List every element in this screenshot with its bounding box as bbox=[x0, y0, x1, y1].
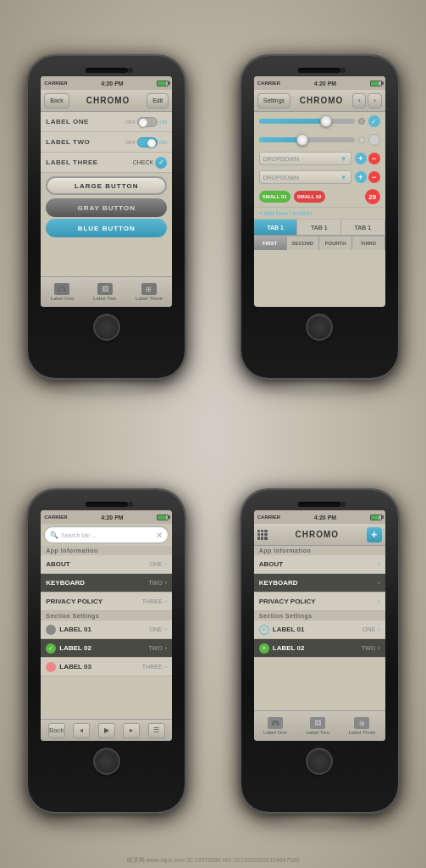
dd-add-1[interactable]: + bbox=[355, 153, 367, 164]
tab-item-4b[interactable]: 🖼 Label Two bbox=[307, 717, 329, 735]
status-bar-2: CARRIER 4:20 PM bbox=[254, 76, 385, 90]
settings-privacy-3[interactable]: PRIVACY POLICY THREE › bbox=[41, 593, 172, 611]
image-icon-4: 🖼 bbox=[310, 717, 325, 729]
seg-tab-3[interactable]: FOURTH bbox=[319, 236, 352, 250]
toggle-track-2[interactable] bbox=[137, 137, 158, 147]
settings-label02-4[interactable]: + LABEL 02 TWO › bbox=[254, 639, 385, 658]
prev-ctrl-btn[interactable]: ◂ bbox=[73, 723, 90, 738]
row-label-one: LABEL ONE OFF ON bbox=[41, 112, 172, 132]
play-ctrl-btn[interactable]: ▶ bbox=[98, 723, 115, 738]
about-value-3: ONE bbox=[149, 561, 162, 567]
dd-remove-2[interactable]: − bbox=[368, 171, 380, 183]
check-control[interactable]: CHECK ✓ bbox=[133, 157, 168, 169]
search-icon-3: 🔍 bbox=[50, 531, 58, 539]
camera-4 bbox=[340, 502, 346, 507]
keyboard-label-4: KEYBOARD bbox=[259, 579, 298, 587]
tab-item-4a[interactable]: 🎮 Label One bbox=[263, 717, 287, 735]
toggle-off-1[interactable]: OFF ON bbox=[125, 117, 167, 127]
settings-keyboard-3[interactable]: KEYBOARD TWO › bbox=[41, 574, 172, 593]
home-button-2[interactable] bbox=[306, 314, 333, 341]
screen-3: CARRIER 4:20 PM 🔍 Search bar ... ✕ App I… bbox=[41, 510, 172, 741]
tab-pill-2[interactable]: TAB 1 bbox=[297, 220, 341, 235]
nav-bar-1: Back CHROMO Edit bbox=[41, 90, 172, 112]
settings-label03-3[interactable]: LABEL 03 THREE › bbox=[41, 658, 172, 676]
label02-value-3: TWO bbox=[148, 645, 162, 651]
search-bar[interactable]: 🔍 Search bar ... ✕ bbox=[44, 526, 169, 543]
settings-button-2[interactable]: Settings bbox=[257, 93, 290, 108]
tab-bar-4: 🎮 Label One 🖼 Label Two ⊞ Label Three bbox=[254, 710, 385, 741]
seg-tab-1[interactable]: FIRST bbox=[254, 236, 287, 250]
settings-label01-3[interactable]: LABEL 01 ONE › bbox=[41, 620, 172, 639]
tab-label-2: Label Two bbox=[93, 296, 116, 301]
keyboard-value-3: TWO bbox=[148, 580, 162, 586]
about-label-4: ABOUT bbox=[259, 560, 283, 568]
slider-check-1[interactable]: ✓ bbox=[368, 115, 380, 127]
home-button-4[interactable] bbox=[306, 748, 333, 775]
tab-pill-1[interactable]: TAB 1 bbox=[254, 220, 298, 235]
slider-2[interactable] bbox=[259, 137, 355, 142]
home-button-3[interactable] bbox=[93, 748, 120, 775]
settings-about-3[interactable]: ABOUT ONE › bbox=[41, 555, 172, 574]
nav-title-2: CHROMO bbox=[300, 96, 344, 105]
slider-dot-2 bbox=[358, 136, 365, 143]
blue-button[interactable]: BLUE BUTTON bbox=[46, 219, 167, 237]
tab-label-1: Label One bbox=[51, 296, 75, 301]
dd-remove-1[interactable]: − bbox=[368, 153, 380, 164]
settings-privacy-4[interactable]: PRIVACY POLICY › bbox=[254, 593, 385, 611]
label01-chevron-4: › bbox=[378, 626, 380, 633]
seg-tab-4[interactable]: THIRD bbox=[352, 236, 385, 250]
time-3: 4:20 PM bbox=[101, 515, 123, 520]
section-header-settings-4: Section Settings bbox=[254, 611, 385, 620]
search-clear-icon[interactable]: ✕ bbox=[156, 531, 163, 540]
about-label-3: ABOUT bbox=[46, 560, 69, 568]
label01-value-3: ONE bbox=[149, 626, 162, 632]
phone-shell-1: CARRIER 4:20 PM Back CHROMO Edit LABEL O… bbox=[28, 56, 185, 378]
dropdown-1[interactable]: DROPDOWN ▼ bbox=[259, 152, 351, 165]
speaker-1 bbox=[86, 68, 128, 73]
phone-4: CARRIER 4:20 PM CHROMO + App Information… bbox=[213, 434, 427, 868]
home-button-1[interactable] bbox=[93, 314, 120, 341]
small-tag-1[interactable]: SMALL 01 bbox=[259, 191, 290, 203]
search-placeholder: Search bar ... bbox=[61, 532, 97, 538]
large-button[interactable]: LARGE BUTTON bbox=[46, 176, 167, 195]
dot-label03-3 bbox=[46, 662, 56, 672]
tab-item-2[interactable]: 🖼 Label Two bbox=[93, 283, 116, 301]
menu-ctrl-btn[interactable]: ☰ bbox=[148, 723, 165, 738]
toggle-track-1[interactable] bbox=[137, 117, 158, 127]
label03-chevron-3: › bbox=[165, 663, 168, 670]
tab-item-3[interactable]: ⊞ Label Three bbox=[136, 283, 163, 301]
settings-keyboard-4[interactable]: KEYBOARD › bbox=[254, 574, 385, 593]
edit-button-1[interactable]: Edit bbox=[147, 93, 169, 108]
toggle-on-1[interactable]: OFF ON bbox=[125, 137, 167, 147]
back-ctrl-btn[interactable]: Back bbox=[48, 723, 65, 738]
tab-pill-3[interactable]: TAB 1 bbox=[341, 220, 385, 235]
next-ctrl-btn[interactable]: ▸ bbox=[123, 723, 140, 738]
screen-4: CARRIER 4:20 PM CHROMO + App Information… bbox=[254, 510, 385, 741]
check-icon-1: ✓ bbox=[155, 157, 167, 169]
prev-arrow-2[interactable]: ‹ bbox=[352, 93, 366, 108]
privacy-label-3: PRIVACY POLICY bbox=[46, 598, 102, 605]
phone-1: CARRIER 4:20 PM Back CHROMO Edit LABEL O… bbox=[0, 0, 213, 434]
slider-1[interactable] bbox=[259, 119, 355, 124]
small-tag-2[interactable]: SMALL 02 bbox=[294, 191, 325, 203]
next-arrow-2[interactable]: › bbox=[368, 93, 381, 108]
tab-item-4c[interactable]: ⊞ Label Three bbox=[348, 717, 375, 735]
dropdown-arrow-1: ▼ bbox=[340, 155, 347, 163]
plus-nav-btn-4[interactable]: + bbox=[367, 527, 382, 542]
dot-label01-3 bbox=[46, 625, 56, 635]
phone-shell-4: CARRIER 4:20 PM CHROMO + App Information… bbox=[241, 490, 398, 812]
label02-text-3: LABEL 02 bbox=[59, 644, 91, 652]
seg-tab-2[interactable]: SECOND bbox=[287, 236, 320, 250]
settings-about-4[interactable]: ABOUT › bbox=[254, 555, 385, 574]
back-button-1[interactable]: Back bbox=[44, 93, 69, 108]
label02-value-4: TWO bbox=[362, 645, 375, 651]
gray-button[interactable]: GRAY BUTTON bbox=[46, 198, 167, 217]
tab-item-1[interactable]: 🎮 Label One bbox=[51, 283, 75, 301]
grid-nav-icon-4[interactable] bbox=[257, 530, 268, 540]
add-location[interactable]: + Add New Location bbox=[254, 208, 385, 220]
settings-label01-4[interactable]: + LABEL 01 ONE › bbox=[254, 620, 385, 639]
dd-add-2[interactable]: + bbox=[355, 171, 367, 183]
label01-text-3: LABEL 01 bbox=[59, 626, 91, 633]
settings-label02-3[interactable]: ✓ LABEL 02 TWO › bbox=[41, 639, 172, 658]
dropdown-2[interactable]: DROPDOWN ▼ bbox=[259, 170, 351, 184]
